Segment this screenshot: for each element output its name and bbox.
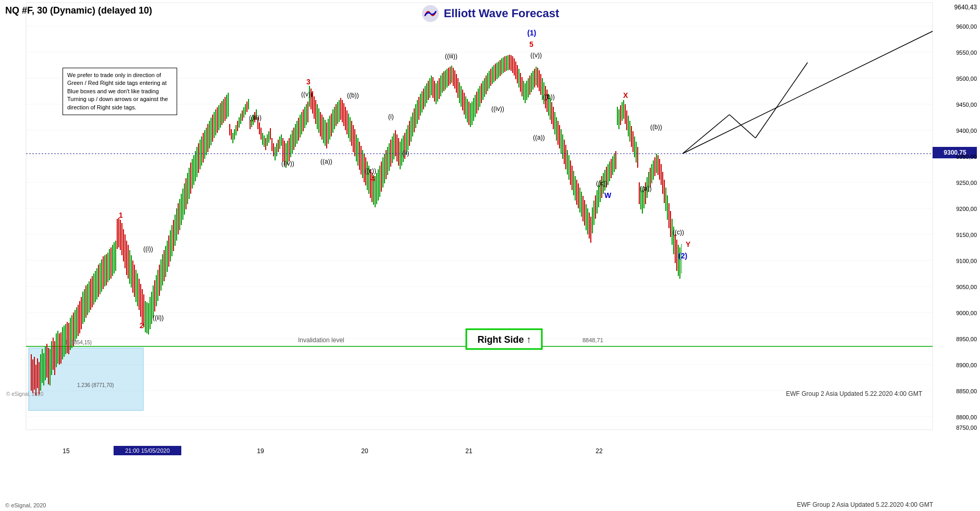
svg-text:((b)): ((b)) bbox=[347, 92, 359, 99]
svg-text:9640,43: 9640,43 bbox=[954, 4, 977, 11]
svg-text:8848,71: 8848,71 bbox=[582, 337, 603, 343]
footer-left: © eSignal, 2020 bbox=[5, 502, 46, 508]
svg-text:9400,00: 9400,00 bbox=[956, 128, 977, 134]
note-box: We prefer to trade only in direction of … bbox=[63, 68, 177, 115]
svg-text:(1): (1) bbox=[527, 29, 536, 37]
svg-text:8800,00: 8800,00 bbox=[956, 414, 977, 420]
svg-text:9200,00: 9200,00 bbox=[956, 206, 977, 212]
svg-text:((iv)): ((iv)) bbox=[281, 160, 294, 167]
svg-text:8750,00: 8750,00 bbox=[956, 425, 977, 431]
chart-title: NQ #F, 30 (Dynamic) (delayed 10) bbox=[5, 5, 152, 16]
svg-text:(2): (2) bbox=[678, 252, 687, 260]
svg-text:21: 21 bbox=[465, 447, 473, 455]
svg-text:8850,00: 8850,00 bbox=[956, 388, 977, 394]
svg-text:((c)): ((c)) bbox=[365, 167, 376, 175]
svg-text:((iii)): ((iii)) bbox=[249, 114, 262, 121]
svg-text:9100,00: 9100,00 bbox=[956, 258, 977, 264]
svg-text:9150,00: 9150,00 bbox=[956, 232, 977, 238]
svg-text:Y: Y bbox=[686, 240, 691, 248]
svg-text:9050,00: 9050,00 bbox=[956, 284, 977, 290]
svg-text:1 (8854,15): 1 (8854,15) bbox=[65, 340, 92, 345]
svg-text:9550,00: 9550,00 bbox=[956, 49, 977, 56]
svg-text:W: W bbox=[604, 191, 612, 200]
chart-container: 9300,75 9640,43 9600,00 9550,00 9500,00 … bbox=[0, 0, 980, 511]
svg-text:5: 5 bbox=[529, 40, 534, 48]
svg-text:((a)): ((a)) bbox=[533, 134, 545, 141]
svg-text:((b)): ((b)) bbox=[650, 123, 662, 131]
svg-text:1: 1 bbox=[119, 211, 123, 219]
svg-text:(i): (i) bbox=[388, 113, 394, 120]
svg-text:1.236 (8771,70): 1.236 (8771,70) bbox=[77, 382, 114, 388]
svg-text:Invalidation level: Invalidation level bbox=[298, 336, 344, 344]
svg-text:((a)): ((a)) bbox=[640, 185, 652, 192]
footer-right: EWF Group 2 Asia Updated 5.22.2020 4:00 … bbox=[797, 501, 933, 508]
svg-text:9600,00: 9600,00 bbox=[956, 23, 977, 30]
svg-text:((v)): ((v)) bbox=[301, 91, 313, 98]
svg-text:8950,00: 8950,00 bbox=[956, 336, 977, 342]
svg-text:8900,00: 8900,00 bbox=[956, 362, 977, 368]
svg-text:4: 4 bbox=[371, 175, 375, 183]
svg-text:((a)): ((a)) bbox=[320, 158, 332, 165]
svg-text:3: 3 bbox=[306, 78, 311, 86]
svg-text:((v)): ((v)) bbox=[530, 52, 542, 59]
svg-text:21:00 15/05/2020: 21:00 15/05/2020 bbox=[125, 447, 170, 454]
svg-text:19: 19 bbox=[257, 447, 264, 455]
svg-text:((c)): ((c)) bbox=[596, 180, 607, 187]
svg-text:9350,00: 9350,00 bbox=[956, 154, 977, 160]
svg-text:Right Side ↑: Right Side ↑ bbox=[478, 334, 531, 345]
svg-text:9250,00: 9250,00 bbox=[956, 180, 977, 186]
svg-text:((iv)): ((iv)) bbox=[491, 105, 504, 113]
svg-text:9500,00: 9500,00 bbox=[956, 76, 977, 82]
svg-text:((i)): ((i)) bbox=[143, 245, 153, 253]
svg-text:((c)): ((c)) bbox=[673, 229, 684, 236]
note-text: We prefer to trade only in direction of … bbox=[67, 72, 168, 110]
svg-text:© eSignal, 2020: © eSignal, 2020 bbox=[6, 391, 44, 397]
svg-text:((ii)): ((ii)) bbox=[153, 314, 164, 321]
svg-text:((iii)): ((iii)) bbox=[445, 53, 457, 60]
svg-text:9000,00: 9000,00 bbox=[956, 310, 977, 316]
svg-text:((b)): ((b)) bbox=[543, 93, 555, 101]
logo-text: Elliott Wave Forecast bbox=[444, 7, 560, 20]
logo-area: Elliott Wave Forecast bbox=[421, 4, 560, 23]
svg-text:9450,00: 9450,00 bbox=[956, 102, 977, 108]
svg-text:X: X bbox=[623, 91, 628, 99]
svg-rect-1 bbox=[26, 3, 933, 430]
svg-text:EWF Group 2 Asia Updated 5.22.: EWF Group 2 Asia Updated 5.22.2020 4:00 … bbox=[786, 390, 923, 397]
svg-text:(ii): (ii) bbox=[402, 149, 409, 157]
svg-text:15: 15 bbox=[63, 447, 70, 455]
logo-icon bbox=[421, 4, 440, 23]
svg-text:2: 2 bbox=[140, 321, 144, 330]
svg-text:22: 22 bbox=[596, 447, 603, 455]
svg-text:20: 20 bbox=[361, 447, 368, 455]
